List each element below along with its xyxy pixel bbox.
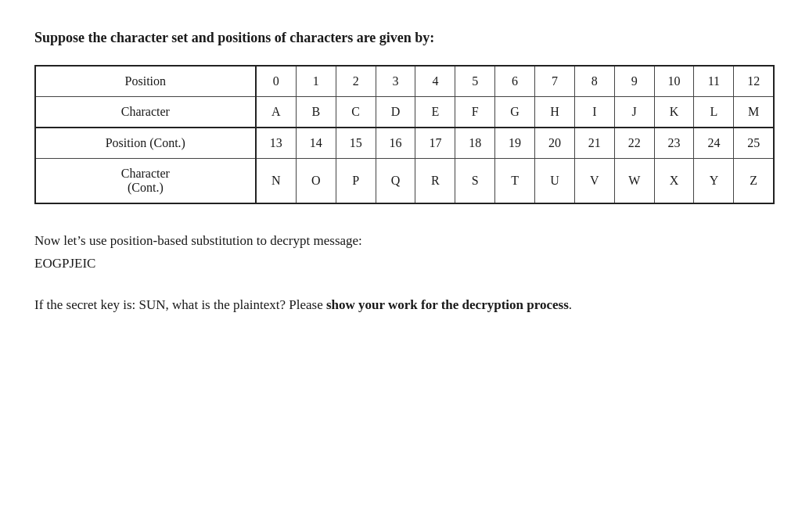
pos-16: 16 bbox=[376, 128, 415, 159]
char-U: U bbox=[535, 159, 575, 203]
position-row: Position 0 1 2 3 4 5 6 7 8 9 10 11 12 bbox=[36, 66, 773, 97]
char-D: D bbox=[376, 97, 415, 128]
char-I: I bbox=[574, 97, 614, 128]
message-line1: Now let’s use position-based substitutio… bbox=[34, 233, 362, 248]
pos-17: 17 bbox=[415, 128, 455, 159]
char-A: A bbox=[256, 97, 297, 128]
char-H: H bbox=[535, 97, 575, 128]
char-F: F bbox=[455, 97, 495, 128]
pos-3: 3 bbox=[376, 66, 415, 97]
character-row: Character A B C D E F G H I J K L M bbox=[36, 97, 773, 128]
pos-1: 1 bbox=[296, 66, 336, 97]
pos-2: 2 bbox=[336, 66, 376, 97]
message-text: Now let’s use position-based substitutio… bbox=[34, 230, 775, 275]
character-table-wrapper: Position 0 1 2 3 4 5 6 7 8 9 10 11 12 Ch… bbox=[34, 65, 775, 204]
pos-5: 5 bbox=[455, 66, 495, 97]
pos-13: 13 bbox=[256, 128, 297, 159]
char-Y: Y bbox=[694, 159, 734, 203]
question-bold: show your work for the decryption proces… bbox=[326, 297, 569, 312]
pos-25: 25 bbox=[734, 128, 773, 159]
char-R: R bbox=[415, 159, 455, 203]
character-label: Character bbox=[36, 97, 256, 128]
char-N: N bbox=[256, 159, 297, 203]
pos-12: 12 bbox=[734, 66, 773, 97]
char-L: L bbox=[694, 97, 734, 128]
char-J: J bbox=[614, 97, 654, 128]
character-cont-row: Character (Cont.) N O P Q R S T U V W X … bbox=[36, 159, 773, 203]
pos-18: 18 bbox=[455, 128, 495, 159]
pos-7: 7 bbox=[535, 66, 575, 97]
char-M: M bbox=[734, 97, 773, 128]
char-K: K bbox=[654, 97, 694, 128]
char-X: X bbox=[654, 159, 694, 203]
char-T: T bbox=[495, 159, 535, 203]
pos-24: 24 bbox=[694, 128, 734, 159]
char-S: S bbox=[455, 159, 495, 203]
pos-21: 21 bbox=[574, 128, 614, 159]
char-W: W bbox=[614, 159, 654, 203]
pos-15: 15 bbox=[336, 128, 376, 159]
position-cont-row: Position (Cont.) 13 14 15 16 17 18 19 20… bbox=[36, 128, 773, 159]
char-Q: Q bbox=[376, 159, 415, 203]
position-cont-label: Position (Cont.) bbox=[36, 128, 256, 159]
pos-22: 22 bbox=[614, 128, 654, 159]
pos-14: 14 bbox=[296, 128, 336, 159]
char-E: E bbox=[415, 97, 455, 128]
pos-23: 23 bbox=[654, 128, 694, 159]
intro-text: Suppose the character set and positions … bbox=[34, 28, 775, 48]
char-O: O bbox=[296, 159, 336, 203]
char-C: C bbox=[336, 97, 376, 128]
pos-9: 9 bbox=[614, 66, 654, 97]
pos-20: 20 bbox=[535, 128, 575, 159]
question-text: If the secret key is: SUN, what is the p… bbox=[34, 294, 775, 317]
pos-8: 8 bbox=[574, 66, 614, 97]
character-table: Position 0 1 2 3 4 5 6 7 8 9 10 11 12 Ch… bbox=[36, 66, 773, 203]
pos-6: 6 bbox=[495, 66, 535, 97]
char-Z: Z bbox=[734, 159, 773, 203]
ciphertext: EOGPJEIC bbox=[34, 253, 775, 275]
question-suffix: . bbox=[569, 297, 572, 312]
pos-10: 10 bbox=[654, 66, 694, 97]
char-P: P bbox=[336, 159, 376, 203]
char-V: V bbox=[574, 159, 614, 203]
pos-19: 19 bbox=[495, 128, 535, 159]
char-G: G bbox=[495, 97, 535, 128]
pos-4: 4 bbox=[415, 66, 455, 97]
pos-11: 11 bbox=[694, 66, 734, 97]
pos-0: 0 bbox=[256, 66, 297, 97]
position-label: Position bbox=[36, 66, 256, 97]
character-cont-label: Character (Cont.) bbox=[36, 159, 256, 203]
question-prefix: If the secret key is: SUN, what is the p… bbox=[34, 297, 326, 312]
char-B: B bbox=[296, 97, 336, 128]
